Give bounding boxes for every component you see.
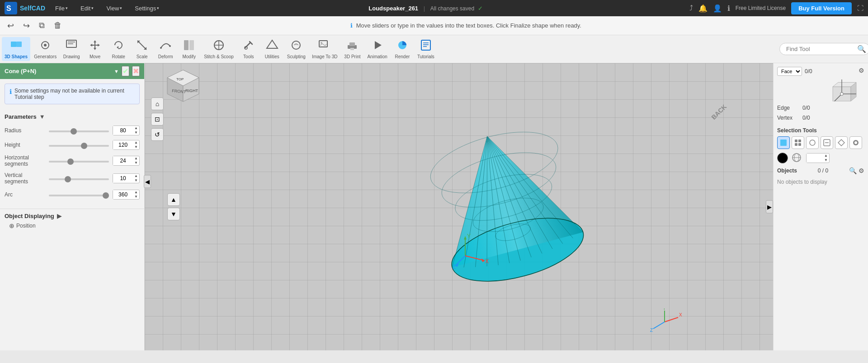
share-icon[interactable]: ⤴ <box>689 4 693 12</box>
menu-view[interactable]: View ▾ <box>104 3 125 14</box>
arc-down-button[interactable]: ▼ <box>133 195 139 199</box>
find-tool-button[interactable]: 🔍 <box>857 45 866 53</box>
tool-generators[interactable]: Generators <box>31 37 59 61</box>
tool-scale[interactable]: Scale <box>131 37 153 61</box>
tool-3d-print[interactable]: 3D Print <box>341 37 363 61</box>
face-select[interactable]: Face <box>777 67 802 76</box>
vertex-value: 0/0 <box>802 115 810 121</box>
panel-confirm-button[interactable]: ✔ <box>122 66 129 76</box>
v-segments-input[interactable] <box>113 174 133 183</box>
tool-sculpting[interactable]: Sculpting <box>284 37 308 61</box>
fullscreen-icon[interactable]: ⛶ <box>857 5 863 12</box>
redo-button[interactable]: ↪ <box>20 19 33 33</box>
warning-box: ℹ Some settings may not be available in … <box>5 84 140 104</box>
logo[interactable]: S SelfCAD <box>5 2 45 14</box>
3d-print-icon <box>346 39 359 53</box>
sel-tool-paint[interactable] <box>821 136 833 149</box>
h-segments-slider[interactable] <box>49 161 109 163</box>
object-displaying-arrow-icon: ▶ <box>57 213 61 219</box>
nav-cube-container[interactable]: FRONT RIGHT TOP <box>163 68 203 110</box>
tool-modify[interactable]: Modify <box>178 37 200 61</box>
tool-render[interactable]: Render <box>391 37 414 61</box>
selection-tools-row <box>777 136 864 149</box>
tool-drawing[interactable]: Drawing <box>60 37 83 61</box>
3d-shapes-icon <box>10 39 23 53</box>
layer-down-button[interactable]: ▼ <box>823 158 829 163</box>
tool-deform[interactable]: Deform <box>154 37 177 61</box>
object-displaying-section: Object Displaying ▶ ⊕ Position <box>0 209 144 236</box>
v-segments-down-button[interactable]: ▼ <box>133 178 139 183</box>
svg-marker-11 <box>90 44 92 47</box>
h-segments-up-button[interactable]: ▲ <box>133 156 139 161</box>
nav-cube[interactable]: FRONT RIGHT TOP <box>163 68 203 108</box>
right-panel-settings-button[interactable]: ⚙ <box>859 67 864 74</box>
height-up-button[interactable]: ▲ <box>133 140 139 145</box>
arc-slider[interactable] <box>49 195 109 196</box>
tool-3d-shapes[interactable]: 3D Shapes <box>2 37 30 61</box>
warning-icon: ℹ <box>9 88 12 95</box>
tool-tutorials[interactable]: Tutorials <box>415 37 437 61</box>
height-slider[interactable] <box>49 145 109 147</box>
color-swatch[interactable] <box>777 153 788 163</box>
params-arrow-icon: ▼ <box>39 113 45 120</box>
sel-tool-invert[interactable] <box>849 136 862 149</box>
user-icon[interactable]: 👤 <box>713 4 722 13</box>
sel-tool-box[interactable] <box>777 136 790 149</box>
object-displaying-header[interactable]: Object Displaying ▶ <box>5 213 140 219</box>
height-down-button[interactable]: ▼ <box>133 145 139 149</box>
panel-dropdown-button[interactable]: ▼ <box>114 69 119 74</box>
nav-up-button[interactable]: ▲ <box>167 193 180 206</box>
nav-down-button[interactable]: ▼ <box>167 208 180 220</box>
param-row-height: Height ▲ ▼ <box>5 140 140 150</box>
h-segments-input[interactable] <box>113 156 133 165</box>
face-edge-vertex-info: Face 0/0 Edge 0/0 Vertex 0/0 <box>777 67 812 121</box>
info-icon[interactable]: ℹ <box>727 4 730 13</box>
svg-rect-90 <box>780 140 787 146</box>
height-input[interactable] <box>113 140 133 149</box>
copy-button[interactable]: ⧉ <box>36 19 47 32</box>
layer-number-input[interactable]: 0 <box>807 154 823 163</box>
expand-right-panel-button[interactable]: ▶ <box>766 200 773 214</box>
find-tool-input[interactable] <box>779 43 868 55</box>
radius-input[interactable] <box>113 126 133 135</box>
menu-file[interactable]: File ▾ <box>52 3 71 14</box>
tool-stitch[interactable]: Stitch & Scoop <box>201 37 236 61</box>
radius-up-button[interactable]: ▲ <box>133 126 139 130</box>
arc-input[interactable] <box>113 190 133 199</box>
params-header[interactable]: Parameters ▼ <box>5 113 140 120</box>
h-segments-down-button[interactable]: ▼ <box>133 161 139 165</box>
v-segments-slider[interactable] <box>49 178 109 180</box>
panel-cancel-button[interactable]: ✖ <box>132 66 140 76</box>
delete-button[interactable]: 🗑 <box>51 19 65 32</box>
viewport[interactable]: BACK FRONT RIGHT TOP ⌂ ⊡ ↺ <box>145 63 773 350</box>
sel-tool-sphere[interactable] <box>792 136 804 149</box>
logo-icon: S <box>5 2 17 14</box>
tool-image-to-3d[interactable]: Image To 3D <box>309 37 340 61</box>
view-ortho-button[interactable]: ⊡ <box>151 113 164 126</box>
search-objects-button[interactable]: 🔍 <box>849 167 857 174</box>
menu-edit[interactable]: Edit ▾ <box>78 3 96 14</box>
radius-down-button[interactable]: ▼ <box>133 130 139 135</box>
view-rotate-button[interactable]: ↺ <box>151 128 164 141</box>
buy-full-button[interactable]: Buy Full Version <box>791 2 852 14</box>
bell-icon[interactable]: 🔔 <box>698 4 708 13</box>
sel-tool-fill[interactable] <box>835 136 848 149</box>
tool-utilities[interactable]: Utilities <box>261 37 283 61</box>
tool-animation[interactable]: Animation <box>364 37 390 61</box>
position-button[interactable]: ⊕ Position <box>5 219 140 232</box>
view-home-button[interactable]: ⌂ <box>151 98 164 110</box>
sel-tool-lasso[interactable] <box>806 136 819 149</box>
menu-settings[interactable]: Settings ▾ <box>132 3 162 14</box>
collapse-left-panel-button[interactable]: ◀ <box>144 175 151 188</box>
tool-rotate[interactable]: Rotate <box>107 37 130 61</box>
settings-objects-button[interactable]: ⚙ <box>859 167 864 174</box>
layer-up-button[interactable]: ▲ <box>823 154 829 158</box>
svg-point-19 <box>160 47 162 49</box>
radius-slider[interactable] <box>49 130 109 132</box>
v-segments-up-button[interactable]: ▲ <box>133 174 139 178</box>
tool-tools[interactable]: Tools <box>237 37 260 61</box>
arc-up-button[interactable]: ▲ <box>133 190 139 195</box>
tool-move[interactable]: Move <box>84 37 106 61</box>
sphere-material-icon[interactable] <box>792 153 802 163</box>
undo-button[interactable]: ↩ <box>5 19 17 33</box>
